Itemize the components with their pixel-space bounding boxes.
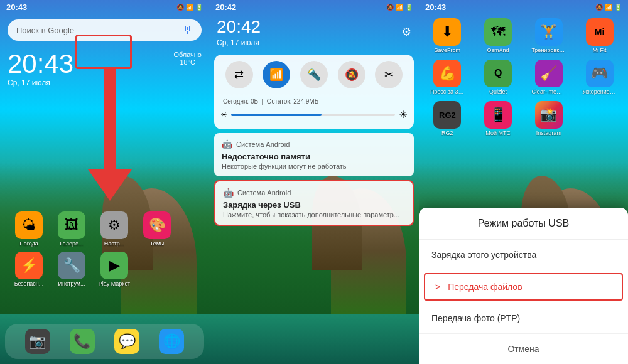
- app-workout[interactable]: 🏋 Тренировка Руки: [526, 18, 573, 53]
- mifit-icon: Mi: [586, 18, 614, 46]
- mymts-label: Мой МТС: [485, 130, 511, 136]
- qs-flashlight[interactable]: 🔦: [300, 61, 328, 88]
- gallery-app-label: Галере...: [60, 240, 83, 247]
- app-quizlet[interactable]: Q Quizlet: [475, 60, 522, 95]
- weather-label: Облачно: [173, 51, 202, 58]
- brightness-fill: [231, 114, 322, 116]
- weather-temp: 18°C: [173, 58, 202, 66]
- chevron-right-icon: >: [435, 282, 440, 292]
- brightness-high-icon: ☀: [399, 109, 408, 120]
- dock-camera[interactable]: 📷: [25, 329, 50, 354]
- search-text: Поиск в Google: [16, 26, 74, 35]
- settings-gear-icon[interactable]: ⚙: [401, 25, 411, 39]
- red-annotation-arrow: [88, 69, 132, 201]
- qs-silent[interactable]: 🔕: [338, 61, 365, 88]
- mifit-label: Mi Fit: [593, 47, 607, 53]
- usb-mode-dialog: Режим работы USB Зарядка этого устройств…: [419, 208, 628, 364]
- app-empty: [576, 101, 623, 136]
- app-gameboost[interactable]: 🎮 Ускорение игр: [576, 60, 623, 95]
- quick-settings: ⇄ 📶 🔦 🔕 ✂ Сегодня: 0Б | Остаток: 224,9МБ…: [214, 55, 414, 129]
- icons-row-1: ⬇ SaveFrom 🗺 OsmAnd 🏋 Тренировка Руки Mi…: [419, 16, 628, 56]
- themes-app-label: Темы: [150, 240, 165, 247]
- rg2-label: RG2: [441, 130, 453, 136]
- security-app-icon: ⚡: [15, 252, 43, 279]
- dock-phone[interactable]: 📞: [70, 329, 95, 354]
- weather-app-icon: 🌤: [15, 211, 43, 239]
- phone-icon: 📞: [70, 329, 95, 354]
- app-instagram[interactable]: 📸 Instagram: [526, 101, 573, 136]
- app-clearmemory[interactable]: 🧹 Clear- memory: [526, 60, 573, 95]
- weather-app-label: Погода: [19, 240, 38, 247]
- app-icon-themes[interactable]: 🎨 Темы: [138, 211, 176, 247]
- notif-header: 20:42 Ср, 17 июля ⚙: [209, 14, 419, 52]
- status-icons-p1: 🔕 📶 🔋: [176, 4, 203, 11]
- charge-option-label: Зарядка этого устройства: [431, 250, 536, 260]
- app-mymts[interactable]: 📱 Мой МТС: [475, 101, 522, 136]
- icons-row-2: 💪 Пресс за 30 дней Q Quizlet 🧹 Clear- me…: [419, 57, 628, 97]
- usb-dialog-panel: 20:43 🔕 📶 🔋 ⬇ SaveFrom 🗺 OsmAnd 🏋 Тренир…: [419, 0, 628, 364]
- notif-time-block: 20:42 Ср, 17 июля: [217, 17, 261, 47]
- home-screen-panel: 20:43 🔕 📶 🔋 Поиск в Google 🎙 20:43 Ср, 1…: [0, 0, 209, 364]
- app-rg2[interactable]: RG2 RG2: [424, 101, 471, 136]
- clearmemory-icon: 🧹: [535, 60, 563, 87]
- chrome-icon: 🌐: [159, 329, 184, 354]
- usb-option-charge[interactable]: Зарядка этого устройства: [419, 240, 628, 270]
- app-icon-playstore[interactable]: ▶ Play Маркет: [95, 252, 133, 287]
- app-icon-weather[interactable]: 🌤 Погода: [10, 211, 48, 247]
- status-time-p2: 20:42: [215, 3, 236, 12]
- workout-label: Тренировка Руки: [531, 47, 566, 53]
- quizlet-label: Quizlet: [489, 88, 507, 95]
- filetransfer-option-label: Передача файлов: [448, 282, 522, 292]
- gameboost-icon: 🎮: [586, 60, 614, 87]
- status-time-p3: 20:43: [425, 3, 446, 12]
- panel3-icons: ⬇ SaveFrom 🗺 OsmAnd 🏋 Тренировка Руки Mi…: [419, 16, 628, 140]
- notif-usb-charging[interactable]: 🤖 Система Android Зарядка через USB Нажм…: [214, 180, 414, 226]
- notif-title-1: Недостаточно памяти: [222, 152, 406, 161]
- notif-date: Ср, 17 июля: [217, 38, 261, 47]
- usb-option-filetransfer[interactable]: > Передача файлов: [424, 273, 623, 301]
- app-icon-settings[interactable]: ⚙ Настр...: [95, 211, 133, 247]
- usb-option-ptp[interactable]: Передача фото (PTP): [419, 303, 628, 334]
- mic-icon[interactable]: 🎙: [183, 24, 193, 36]
- savefrom-icon: ⬇: [433, 18, 461, 46]
- brightness-row: ☀ ☀: [220, 106, 408, 123]
- app-icon-security[interactable]: ⚡ Безопасн...: [10, 252, 48, 287]
- app-grid: 🌤 Погода 🖼 Галере... ⚙ Настр... 🎨 Темы ⚡…: [5, 206, 181, 292]
- dock-messages[interactable]: 💬: [114, 329, 139, 354]
- clearmemory-label: Clear- memory: [531, 88, 566, 95]
- usb-dialog-title: Режим работы USB: [419, 208, 628, 240]
- app-icon-tools[interactable]: 🔧 Инструм...: [53, 252, 90, 287]
- app-icon-gallery[interactable]: 🖼 Галере...: [53, 211, 90, 247]
- savefrom-label: SaveFrom: [435, 47, 461, 53]
- mymts-icon: 📱: [484, 101, 512, 129]
- android-icon-2: 🤖: [223, 188, 234, 198]
- ptp-option-label: Передача фото (PTP): [431, 313, 520, 323]
- rg2-icon: RG2: [433, 101, 461, 129]
- notif-body-1: Некоторые функции могут не работать: [222, 163, 406, 170]
- brightness-slider[interactable]: [231, 114, 395, 116]
- app-savefrom[interactable]: ⬇ SaveFrom: [424, 18, 471, 53]
- app-osmand[interactable]: 🗺 OsmAnd: [475, 18, 522, 53]
- qs-bluetooth[interactable]: ⇄: [225, 61, 253, 88]
- status-bar-panel1: 20:43 🔕 📶 🔋: [0, 0, 209, 14]
- app-abs[interactable]: 💪 Пресс за 30 дней: [424, 60, 471, 95]
- qs-wifi[interactable]: 📶: [263, 61, 290, 88]
- red-annotation-box: [75, 35, 132, 69]
- notif-low-memory[interactable]: 🤖 Система Android Недостаточно памяти Не…: [214, 133, 414, 176]
- osmand-label: OsmAnd: [487, 47, 509, 53]
- security-app-label: Безопасн...: [14, 281, 44, 287]
- app-dock: 📷 📞 💬 🌐: [5, 324, 204, 359]
- status-icons-p2: 🔕 📶 🔋: [386, 4, 413, 11]
- water-p2: [209, 314, 419, 364]
- app-mifit[interactable]: Mi Mi Fit: [576, 18, 623, 53]
- status-time-p1: 20:43: [6, 3, 27, 12]
- qs-scissors[interactable]: ✂: [375, 61, 403, 88]
- dock-chrome[interactable]: 🌐: [159, 329, 184, 354]
- notif-body-2: Нажмите, чтобы показать дополнительные п…: [223, 211, 405, 218]
- camera-icon: 📷: [25, 329, 50, 354]
- messages-icon: 💬: [114, 329, 139, 354]
- icons-row-3: RG2 RG2 📱 Мой МТС 📸 Instagram: [419, 99, 628, 139]
- usb-option-cancel[interactable]: Отмена: [419, 334, 628, 364]
- notif-app-row-2: 🤖 Система Android: [223, 188, 405, 198]
- gallery-app-icon: 🖼: [58, 211, 85, 239]
